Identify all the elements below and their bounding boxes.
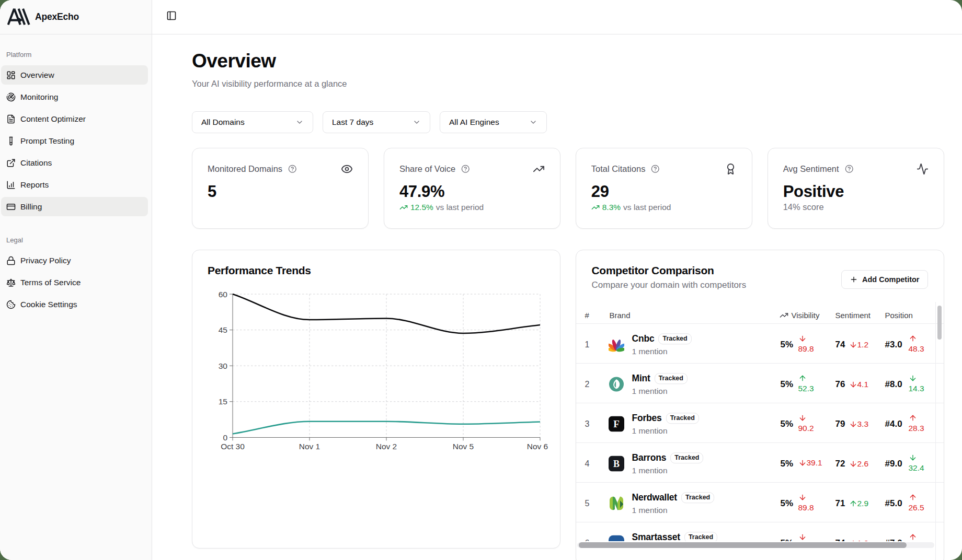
svg-text:F: F	[613, 418, 620, 429]
svg-text:60: 60	[219, 290, 228, 299]
svg-text:B: B	[613, 459, 619, 469]
svg-text:Oct 30: Oct 30	[221, 442, 245, 451]
svg-text:Nov 2: Nov 2	[376, 442, 397, 451]
svg-text:15: 15	[219, 397, 227, 406]
svg-text:Nov 1: Nov 1	[299, 442, 320, 451]
svg-text:0: 0	[223, 433, 227, 442]
svg-text:Nov 5: Nov 5	[453, 442, 474, 451]
svg-text:30: 30	[219, 361, 228, 370]
svg-text:45: 45	[219, 325, 227, 334]
svg-text:Nov 6: Nov 6	[527, 442, 548, 451]
